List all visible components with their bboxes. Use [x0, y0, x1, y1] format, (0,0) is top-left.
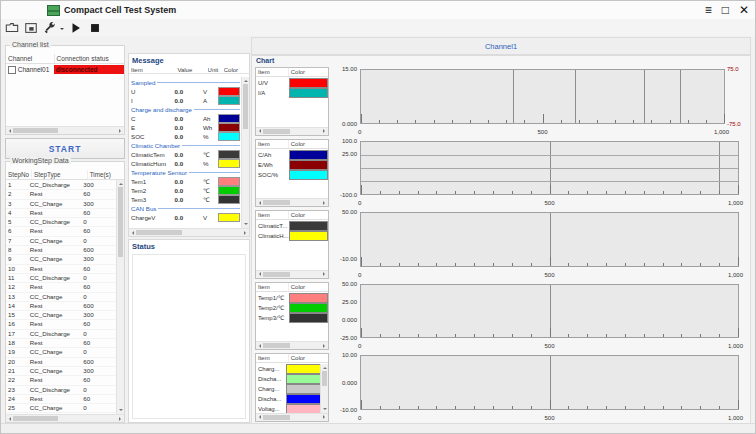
scroll-up-icon[interactable]	[244, 78, 248, 82]
table-row[interactable]: 7CC_Charge0	[6, 237, 117, 246]
y-axis-right: 75.0-75.0	[726, 69, 747, 124]
open-folder-icon[interactable]	[5, 21, 19, 35]
vertical-scrollbar[interactable]	[116, 180, 124, 414]
scroll-right-icon[interactable]	[323, 344, 327, 348]
scroll-thumb[interactable]	[13, 128, 58, 133]
table-row[interactable]: 18Rest60	[6, 339, 117, 348]
axis-tick	[738, 328, 739, 337]
table-row[interactable]: 24Rest60	[6, 395, 117, 404]
horizontal-scrollbar[interactable]	[256, 270, 328, 278]
table-row[interactable]: 4Rest60	[6, 209, 117, 218]
scroll-left-icon[interactable]	[7, 129, 11, 133]
table-row[interactable]: 17CC_Discharge0	[6, 330, 117, 339]
new-window-icon[interactable]	[24, 21, 38, 35]
x-tick-label: 1,000	[728, 200, 743, 206]
axis-tick	[625, 334, 626, 337]
scroll-thumb[interactable]	[118, 187, 123, 257]
table-row[interactable]: 21CC_Charge300	[6, 367, 117, 376]
scroll-left-icon[interactable]	[257, 272, 261, 276]
table-row[interactable]: 14Rest600	[6, 302, 117, 311]
scroll-thumb[interactable]	[322, 371, 327, 386]
scroll-thumb[interactable]	[263, 415, 290, 420]
table-row[interactable]: 1CC_Discharge300	[6, 181, 117, 190]
settings-wrench-icon[interactable]	[43, 21, 57, 35]
horizontal-scrollbar[interactable]	[256, 198, 328, 206]
axis-tick	[681, 191, 682, 194]
x-axis-labels: 05001,000	[360, 269, 739, 279]
scroll-left-icon[interactable]	[7, 417, 11, 421]
run-icon[interactable]	[69, 21, 83, 35]
axis-tick	[455, 334, 456, 337]
horizontal-scrollbar[interactable]	[256, 341, 328, 349]
vertical-scrollbar[interactable]	[241, 77, 249, 228]
table-row[interactable]: 16Rest60	[6, 320, 117, 329]
start-button[interactable]: START	[5, 138, 125, 159]
scroll-left-icon[interactable]	[257, 201, 261, 205]
table-row[interactable]: 10Rest60	[6, 265, 117, 274]
scroll-down-icon[interactable]	[244, 223, 248, 227]
scroll-down-icon[interactable]	[323, 408, 327, 412]
message-section-header: CAN Bus	[129, 204, 242, 213]
table-row[interactable]: 2Rest60	[6, 190, 117, 199]
table-row[interactable]: 13CC_Charge0	[6, 293, 117, 302]
table-row[interactable]: 19CC_Charge0	[6, 348, 117, 357]
horizontal-scrollbar[interactable]	[256, 127, 328, 135]
stop-icon[interactable]	[88, 21, 102, 35]
horizontal-scrollbar[interactable]	[6, 414, 124, 422]
item-color-cell	[218, 123, 240, 132]
step-time: 0	[81, 274, 117, 282]
horizontal-scrollbar[interactable]	[6, 126, 124, 134]
scroll-down-icon[interactable]	[119, 409, 123, 413]
scroll-right-icon[interactable]	[323, 129, 327, 133]
scroll-left-icon[interactable]	[257, 415, 261, 419]
step-no: 2	[6, 190, 28, 198]
scroll-thumb[interactable]	[13, 416, 58, 421]
vertical-scrollbar[interactable]	[320, 364, 328, 413]
scroll-left-icon[interactable]	[130, 231, 134, 235]
channel-row[interactable]: Channel01disconnected	[6, 64, 124, 75]
chevron-down-icon[interactable]	[60, 28, 64, 32]
scroll-right-icon[interactable]	[323, 415, 327, 419]
scroll-right-icon[interactable]	[244, 231, 248, 235]
table-row[interactable]: 23CC_Discharge0	[6, 386, 117, 395]
scroll-thumb[interactable]	[263, 343, 290, 348]
table-row[interactable]: 12Rest60	[6, 283, 117, 292]
close-icon[interactable]: ✕	[739, 2, 749, 18]
table-row[interactable]: 15CC_Charge300	[6, 311, 117, 320]
axis-tick	[436, 191, 437, 194]
channel-checkbox[interactable]	[8, 66, 16, 74]
scroll-thumb[interactable]	[263, 272, 290, 277]
scroll-thumb[interactable]	[136, 230, 182, 235]
scroll-right-icon[interactable]	[119, 417, 123, 421]
table-row[interactable]: 20Rest600	[6, 358, 117, 367]
table-row[interactable]: 25CC_Charge0	[6, 404, 117, 413]
table-row[interactable]: 6Rest60	[6, 227, 117, 236]
table-row[interactable]: 5CC_Discharge0	[6, 218, 117, 227]
scroll-thumb[interactable]	[243, 84, 248, 129]
scroll-right-icon[interactable]	[323, 201, 327, 205]
scroll-up-icon[interactable]	[119, 181, 123, 185]
horizontal-scrollbar[interactable]	[129, 228, 249, 236]
scroll-right-icon[interactable]	[323, 272, 327, 276]
tab-channel1[interactable]: Channel1	[485, 42, 517, 51]
table-row[interactable]: 3CC_Charge300	[6, 200, 117, 209]
column-header: Item	[256, 140, 289, 148]
scroll-left-icon[interactable]	[257, 344, 261, 348]
scroll-thumb[interactable]	[263, 129, 290, 134]
scroll-right-icon[interactable]	[119, 129, 123, 133]
table-row[interactable]: 22Rest60	[6, 376, 117, 385]
scroll-up-icon[interactable]	[323, 365, 327, 369]
table-row[interactable]: 11CC_Discharge0	[6, 274, 117, 283]
scroll-thumb[interactable]	[263, 200, 290, 205]
minimize-icon[interactable]: ≡	[705, 2, 712, 18]
scroll-left-icon[interactable]	[257, 129, 261, 133]
axis-tick	[455, 406, 456, 409]
step-time: 0	[81, 404, 117, 412]
step-time: 300	[81, 181, 117, 189]
horizontal-scrollbar[interactable]	[256, 413, 328, 421]
axis-tick	[719, 334, 720, 337]
table-row[interactable]: 9CC_Charge300	[6, 255, 117, 264]
table-row[interactable]: 8Rest600	[6, 246, 117, 255]
axis-tick	[587, 406, 588, 409]
maximize-icon[interactable]: □	[722, 2, 729, 18]
